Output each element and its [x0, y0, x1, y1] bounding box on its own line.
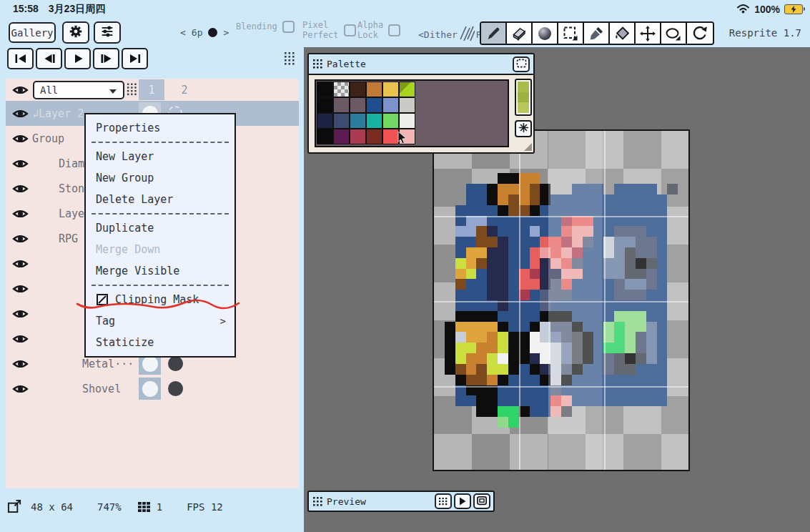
brush-preview-dot[interactable] — [208, 28, 217, 37]
palette-swatch-3-4[interactable] — [382, 129, 399, 144]
palette-swatch-1-5[interactable] — [399, 97, 415, 113]
status-row: 48 x 64 747% 1 FPS 12 — [7, 498, 223, 516]
palette-drag-handle-icon[interactable] — [313, 59, 322, 69]
marquee-tool-button[interactable] — [558, 23, 584, 44]
skip-start-button[interactable] — [7, 48, 34, 69]
palette-options-button[interactable] — [513, 56, 530, 72]
palette-swatch-3-2[interactable] — [350, 129, 366, 144]
menu-item-staticize[interactable]: Staticize — [86, 332, 234, 353]
layer-visibility-eye-icon[interactable] — [11, 307, 29, 323]
eraser-tool-button[interactable] — [507, 23, 533, 44]
palette-swatch-0-1[interactable] — [333, 82, 350, 97]
menu-item-delete-layer[interactable]: Delete Layer — [86, 189, 234, 210]
palette-resize-handle[interactable] — [524, 143, 532, 151]
skip-end-button[interactable] — [122, 48, 148, 69]
zoom-value[interactable]: 747% — [97, 501, 122, 513]
brush-smaller-button[interactable]: < — [180, 27, 186, 38]
palette-swatch-1-4[interactable] — [382, 97, 399, 113]
layer-row-shovel[interactable]: Shovel — [6, 376, 299, 401]
play-button[interactable] — [64, 48, 91, 69]
adjust-button[interactable] — [94, 21, 121, 44]
layer-filter-dropdown[interactable]: All — [33, 81, 124, 99]
frame-tab-1[interactable]: 1 — [139, 79, 164, 100]
palette-swatch-0-0[interactable] — [317, 82, 333, 97]
panel-drag-handle-icon[interactable] — [284, 51, 295, 69]
menu-item-label: Merge Visible — [96, 265, 179, 277]
move-tool-button[interactable] — [636, 23, 661, 44]
menu-item-duplicate[interactable]: Duplicate — [86, 217, 234, 239]
palette-header[interactable]: Palette — [309, 54, 533, 75]
palette-swatch-2-3[interactable] — [366, 113, 382, 129]
prev-frame-button[interactable] — [36, 48, 62, 69]
sphere-tool-button[interactable] — [533, 23, 558, 44]
layer-visibility-eye-icon[interactable] — [11, 132, 29, 148]
palette-swatch-1-1[interactable] — [333, 97, 350, 113]
eyedropper-tool-button[interactable] — [584, 23, 610, 44]
preview-panel: Preview — [307, 491, 495, 512]
shade-slider[interactable] — [515, 79, 532, 116]
layer-visibility-eye-icon[interactable] — [11, 207, 29, 223]
canvas-area[interactable] — [433, 129, 690, 471]
palette-swatch-2-4[interactable] — [382, 113, 399, 129]
layer-visibility-eye-icon[interactable] — [11, 358, 29, 373]
brush-size-value: 6p — [192, 27, 203, 38]
eraser-icon — [510, 25, 528, 42]
palette-swatch-3-3[interactable] — [366, 129, 382, 144]
layer-visibility-eye-icon[interactable] — [11, 383, 29, 398]
next-frame-button[interactable] — [93, 48, 119, 69]
palette-swatch-0-4[interactable] — [382, 82, 399, 97]
palette-star-button[interactable] — [515, 120, 532, 137]
layer-thumbnail-frame2[interactable] — [168, 381, 183, 396]
menu-item-new-group[interactable]: New Group — [86, 167, 234, 189]
palette-swatch-0-3[interactable] — [366, 82, 382, 97]
rotate-tool-button[interactable] — [687, 23, 713, 44]
frame-tab-2[interactable]: 2 — [172, 79, 197, 100]
menu-item-merge-visible[interactable]: Merge Visible — [86, 260, 234, 282]
preview-play-button[interactable] — [454, 493, 471, 509]
palette-swatch-1-2[interactable] — [350, 97, 366, 113]
palette-swatch-2-0[interactable] — [317, 113, 333, 129]
menu-item-properties[interactable]: Properties — [86, 117, 234, 139]
ellipse-tool-button[interactable] — [661, 23, 687, 44]
pixel-perfect-checkbox[interactable] — [344, 24, 356, 36]
bucket-tool-button[interactable] — [610, 23, 636, 44]
layer-visibility-eye-icon[interactable] — [11, 282, 29, 298]
canvas-size-icon[interactable] — [7, 498, 22, 516]
palette-swatch-3-0[interactable] — [317, 129, 333, 144]
palette-panel: Palette — [307, 53, 535, 154]
layer-visibility-eye-icon[interactable] — [11, 107, 29, 123]
layer-visibility-eye-icon[interactable] — [11, 232, 29, 248]
palette-swatch-1-3[interactable] — [366, 97, 382, 113]
palette-swatch-0-2[interactable] — [350, 82, 366, 97]
menu-item-new-layer[interactable]: New Layer — [86, 146, 234, 167]
layer-visibility-eye-icon[interactable] — [11, 182, 29, 198]
brush-larger-button[interactable]: > — [223, 27, 229, 38]
layers-drag-handle-icon[interactable] — [127, 82, 137, 99]
canvas-highlight-overlay-0 — [548, 131, 602, 470]
layer-thumbnail-frame2[interactable] — [168, 356, 183, 371]
blending-checkbox[interactable] — [282, 21, 295, 33]
pixel-gridline — [434, 386, 688, 388]
visibility-all-eye-icon[interactable] — [11, 84, 29, 99]
preview-window-button[interactable] — [473, 493, 490, 509]
preview-drag-handle-icon[interactable] — [313, 497, 322, 506]
palette-swatch-selected[interactable] — [399, 82, 415, 97]
palette-swatch-2-1[interactable] — [333, 113, 350, 129]
palette-swatch-2-5[interactable] — [399, 113, 415, 129]
skip-end-icon — [128, 54, 142, 64]
pencil-tool-button[interactable] — [481, 23, 507, 44]
skip-start-icon — [14, 54, 28, 64]
brush-size-control: < 6p > — [180, 22, 229, 42]
layer-visibility-eye-icon[interactable] — [11, 257, 29, 273]
gallery-button[interactable]: Gallery — [9, 22, 56, 43]
palette-swatch-3-1[interactable] — [333, 129, 350, 144]
alpha-lock-checkbox[interactable] — [388, 24, 400, 36]
layer-thumbnail-frame1[interactable] — [139, 378, 161, 400]
palette-swatch-2-2[interactable] — [350, 113, 366, 129]
preview-tile-button[interactable] — [435, 493, 452, 509]
palette-swatch-1-0[interactable] — [317, 97, 333, 113]
settings-button[interactable] — [62, 21, 89, 44]
layer-visibility-eye-icon[interactable] — [11, 332, 29, 348]
layer-visibility-eye-icon[interactable] — [11, 157, 29, 173]
layer-name: Shovel — [82, 383, 121, 395]
